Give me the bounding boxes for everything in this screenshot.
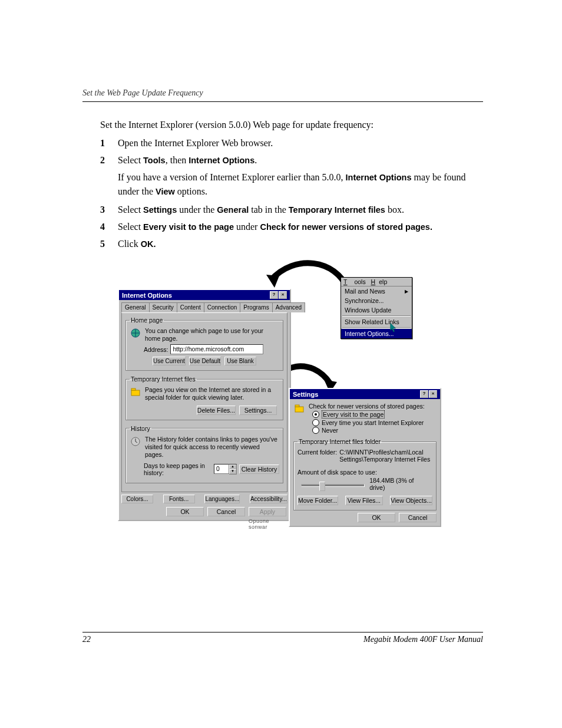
svg-rect-5 xyxy=(131,388,135,390)
history-icon xyxy=(130,436,141,447)
page-header: Set the Web Page Update Frequency xyxy=(82,88,483,102)
cancel-button[interactable]: Cancel xyxy=(207,507,245,516)
tab-advanced[interactable]: Advanced xyxy=(272,302,305,312)
address-input[interactable]: http://home.microsoft.com xyxy=(170,344,263,354)
step-5: 5 Click OK. xyxy=(100,237,483,252)
t: box. xyxy=(385,205,404,215)
titlebar: Internet Options ? × xyxy=(119,290,290,300)
step-4: 4 Select Every visit to the page under C… xyxy=(100,220,483,235)
tab-connection[interactable]: Connection xyxy=(204,302,241,312)
days-label: Days to keep pages in history: xyxy=(144,462,211,476)
current-folder-value: C:\WINNT\Profiles\cham\Local Settings\Te… xyxy=(339,449,432,463)
radio-label: Every visit to the page xyxy=(322,410,385,419)
b: Check for newer versions of stored pages… xyxy=(260,222,432,232)
menu-show-related-links[interactable]: Show Related Links xyxy=(341,317,412,327)
delete-files-button[interactable]: Delete Files... xyxy=(197,406,236,415)
temp-folder-legend: Temporary Internet files folder xyxy=(297,438,382,445)
menu-separator xyxy=(342,315,411,317)
settings-button[interactable]: Settings... xyxy=(239,406,277,415)
fonts-button[interactable]: Fonts... xyxy=(163,495,195,503)
check-label: Check for newer versions of stored pages… xyxy=(309,403,437,410)
svg-rect-8 xyxy=(295,405,299,407)
tab-panel-general: Home page You can change which page to u… xyxy=(121,312,287,492)
truncated-text: Opuone sonwar xyxy=(249,518,290,530)
radio-never[interactable]: Never xyxy=(312,427,437,434)
disk-value: 184.4MB (3% of drive) xyxy=(369,477,429,491)
bold-io: Internet Options xyxy=(346,173,412,182)
label: Mail and News xyxy=(345,288,385,295)
temp-folder-group: Temporary Internet files folder Current … xyxy=(293,438,437,510)
t: tab in the xyxy=(249,205,289,215)
b: Temporary Internet files xyxy=(289,205,385,215)
step-4-text: Select Every visit to the page under Che… xyxy=(118,220,483,235)
t: Select xyxy=(118,205,143,215)
tab-content[interactable]: Content xyxy=(177,302,204,312)
tab-programs[interactable]: Programs xyxy=(240,302,272,312)
radio-icon xyxy=(312,411,319,418)
menu-mail-and-news[interactable]: Mail and News ▶ xyxy=(341,286,412,296)
t: Click xyxy=(118,239,141,249)
use-current-button[interactable]: Use Current xyxy=(153,357,186,365)
menubar-help[interactable]: Help xyxy=(371,278,388,285)
settings-cancel-button[interactable]: Cancel xyxy=(399,513,437,522)
accessibility-button[interactable]: Accessibility... xyxy=(250,495,287,503)
step-5-text: Click OK. xyxy=(118,237,483,252)
bold-tools: Tools xyxy=(143,156,166,165)
radio-every-start[interactable]: Every time you start Internet Explorer xyxy=(312,419,437,426)
b: OK. xyxy=(141,239,156,249)
page-number: 22 xyxy=(82,635,91,644)
clear-history-button[interactable]: Clear History xyxy=(239,465,279,474)
use-blank-button[interactable]: Use Blank xyxy=(224,357,256,365)
step-2-sub: If you have a version of Internet Explor… xyxy=(118,170,483,200)
tools-menu: TToolsools Help Mail and News ▶ Synchron… xyxy=(340,277,412,339)
homepage-legend: Home page xyxy=(130,317,164,324)
help-button[interactable]: ? xyxy=(420,390,428,398)
view-files-button[interactable]: View Files... xyxy=(345,496,383,505)
step-3-num: 3 xyxy=(100,203,118,218)
svg-rect-4 xyxy=(131,390,140,396)
temp-files-legend: Temporary Internet files xyxy=(130,375,197,383)
help-button[interactable]: ? xyxy=(270,291,278,299)
screenshot-composite: TToolsools Help Mail and News ▶ Synchron… xyxy=(118,259,448,531)
menu-internet-options[interactable]: Internet Options... xyxy=(341,329,412,338)
svg-marker-0 xyxy=(266,275,279,288)
step-3: 3 Select Settings under the General tab … xyxy=(100,203,483,218)
move-folder-button[interactable]: Move Folder... xyxy=(297,496,338,505)
apply-button[interactable]: Apply xyxy=(249,507,286,516)
days-spinner[interactable]: 0 ▲▼ xyxy=(214,464,237,475)
tab-general[interactable]: General xyxy=(121,302,150,312)
t: If you have a version of Internet Explor… xyxy=(118,172,346,182)
homepage-icon xyxy=(130,327,141,339)
bold-view: View xyxy=(156,187,175,196)
step-2: 2 Select Tools, then Internet Options. xyxy=(100,153,483,168)
history-legend: History xyxy=(130,425,151,432)
use-default-button[interactable]: Use Default xyxy=(189,357,221,365)
homepage-group: Home page You can change which page to u… xyxy=(125,317,283,371)
step-1: 1 Open the Internet Explorer Web browser… xyxy=(100,136,483,151)
disk-slider[interactable] xyxy=(301,484,365,487)
languages-button[interactable]: Languages... xyxy=(204,495,240,503)
settings-title: Settings xyxy=(293,391,318,398)
t: Select xyxy=(118,222,143,232)
step-4-num: 4 xyxy=(100,220,118,235)
view-objects-button[interactable]: View Objects... xyxy=(390,496,432,505)
spin-buttons[interactable]: ▲▼ xyxy=(229,464,237,475)
colors-button[interactable]: Colors... xyxy=(121,495,153,503)
history-text: The History folder contains links to pag… xyxy=(145,436,279,459)
radio-every-visit[interactable]: Every visit to the page xyxy=(312,410,437,419)
radio-icon xyxy=(312,419,319,426)
close-button[interactable]: × xyxy=(429,390,437,398)
settings-titlebar: Settings ? × xyxy=(290,389,440,399)
step-1-num: 1 xyxy=(100,136,118,151)
menu-windows-update[interactable]: Windows Update xyxy=(341,305,412,315)
close-button[interactable]: × xyxy=(279,291,287,299)
menu-synchronize[interactable]: Synchronize... xyxy=(341,296,412,305)
settings-ok-button[interactable]: OK xyxy=(358,513,395,522)
days-value[interactable]: 0 xyxy=(214,464,229,474)
menubar-tools[interactable]: TToolsools xyxy=(343,278,366,285)
tab-security[interactable]: Security xyxy=(149,302,177,312)
ok-button[interactable]: OK xyxy=(166,507,204,516)
slider-thumb[interactable] xyxy=(319,482,325,491)
bold-internet-options: Internet Options xyxy=(189,156,254,165)
b: General xyxy=(217,205,249,215)
